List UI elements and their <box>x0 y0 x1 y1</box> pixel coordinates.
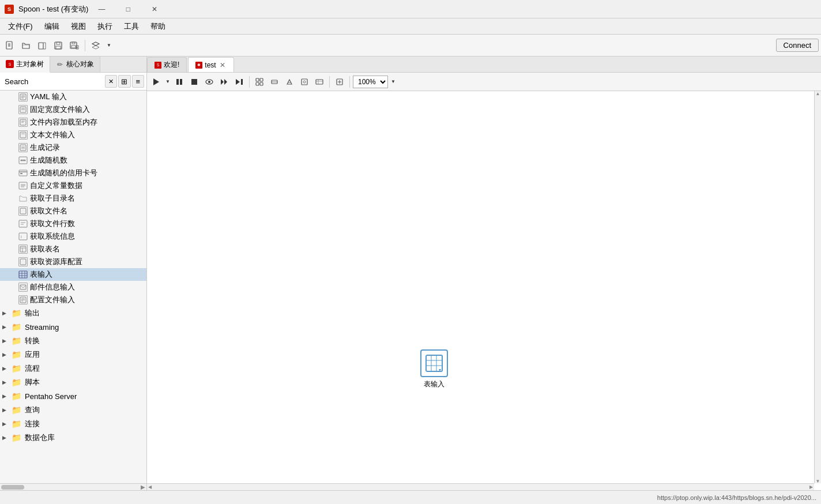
layers-dropdown-button[interactable]: ▼ <box>104 38 114 53</box>
canvas-horizontal-scrollbar[interactable]: ◀ ▶ <box>147 483 814 490</box>
tree-item-custom-const[interactable]: 自定义常量数据 <box>0 179 146 192</box>
search-input[interactable] <box>2 76 104 87</box>
new-file-button[interactable] <box>2 38 17 53</box>
tree-item-get-sysinfo[interactable]: i 获取系统信息 <box>0 230 146 243</box>
tree-item-gen-credit-card[interactable]: 生成随机的信用卡号 <box>0 167 146 179</box>
tab-main-objects[interactable]: S 主对象树 <box>0 57 50 73</box>
menu-edit[interactable]: 编辑 <box>39 20 65 33</box>
canvas-tool-1[interactable] <box>253 75 266 89</box>
tree-item-config-file-input[interactable]: 配置文件输入 <box>0 294 146 306</box>
layers-button[interactable] <box>88 38 103 53</box>
tree-item-get-subdir[interactable]: 获取子目录名 <box>0 192 146 205</box>
save-icon <box>54 41 63 50</box>
zoom-dropdown-button[interactable]: ▼ <box>389 75 397 89</box>
svg-point-65 <box>208 81 210 83</box>
run-dropdown-button[interactable]: ▼ <box>164 75 171 89</box>
canvas-scroll-right-arrow[interactable]: ▶ <box>809 484 813 490</box>
search-list-button[interactable]: ≡ <box>132 75 144 88</box>
scroll-right-arrow[interactable]: ▶ <box>141 484 145 490</box>
connect-button[interactable]: Connect <box>776 39 819 52</box>
category-output[interactable]: ▶ 📁 输出 <box>0 306 146 320</box>
tree-item-mail-input[interactable]: 邮件信息输入 <box>0 281 146 294</box>
save-button[interactable] <box>51 38 66 53</box>
stop-icon <box>190 78 198 86</box>
tree-item-get-tablename[interactable]: 获取表名 <box>0 243 146 255</box>
canvas-tool-6[interactable] <box>333 75 347 89</box>
canvas-sep-3 <box>349 76 350 88</box>
category-apply[interactable]: ▶ 📁 应用 <box>0 348 146 362</box>
fast-forward-button[interactable] <box>217 75 231 89</box>
category-streaming[interactable]: ▶ 📁 Streaming <box>0 320 146 334</box>
saveas-button[interactable] <box>67 38 82 53</box>
svg-rect-40 <box>20 208 26 214</box>
close-button[interactable]: ✕ <box>141 0 168 18</box>
tree-item-table-input[interactable]: 表输入 <box>0 268 146 281</box>
canvas-area[interactable]: ▲ ▼ 表输入 <box>147 91 821 490</box>
open-button[interactable] <box>18 38 33 53</box>
transform-expand-arrow: ▶ <box>2 338 9 344</box>
tree-item-yaml-input[interactable]: YAML 输入 <box>0 91 146 103</box>
tree-item-gen-records[interactable]: 生成记录 <box>0 141 146 154</box>
category-transform[interactable]: ▶ 📁 转换 <box>0 334 146 348</box>
category-script[interactable]: ▶ 📁 脚本 <box>0 375 146 389</box>
run-button[interactable] <box>149 75 163 89</box>
menu-file[interactable]: 文件(F) <box>2 20 39 33</box>
step-button[interactable] <box>232 75 246 89</box>
open-icon <box>21 41 31 50</box>
category-connect[interactable]: ▶ 📁 连接 <box>0 417 146 431</box>
category-query[interactable]: ▶ 📁 查询 <box>0 403 146 417</box>
canvas-tool-5[interactable] <box>312 75 326 89</box>
svg-rect-85 <box>426 355 442 371</box>
scroll-thumb[interactable] <box>1 485 24 490</box>
tree-item-file-load[interactable]: 文件内容加载至内存 <box>0 116 146 129</box>
canvas-tool-4[interactable] <box>297 75 311 89</box>
svg-point-78 <box>303 81 306 83</box>
canvas-node-table-input[interactable]: 表输入 <box>420 349 448 389</box>
scroll-up-arrow[interactable]: ▲ <box>816 91 820 96</box>
tab-core-objects[interactable]: ✏ 核心对象 <box>50 57 100 72</box>
open-recent-button[interactable] <box>35 38 50 53</box>
tree-item-fixed-width[interactable]: 固定宽度文件输入 <box>0 103 146 116</box>
tab-welcome[interactable]: S 欢迎! <box>147 57 187 72</box>
pause-button[interactable] <box>172 75 186 89</box>
menu-run[interactable]: 执行 <box>92 20 118 33</box>
menu-help[interactable]: 帮助 <box>145 20 171 33</box>
tree-item-get-db-config[interactable]: 获取资源库配置 <box>0 255 146 268</box>
stop-button[interactable] <box>187 75 201 89</box>
svg-marker-67 <box>224 79 227 85</box>
status-bar: https://ptop.only.wip.la:443/https/blogs… <box>0 490 821 504</box>
test-tab-close-button[interactable]: ✕ <box>219 61 227 69</box>
canvas-tool-2[interactable] <box>268 75 281 89</box>
vertical-scrollbar[interactable]: ▲ ▼ <box>814 91 821 483</box>
svg-rect-50 <box>19 271 27 278</box>
canvas-tool-3[interactable] <box>283 75 296 89</box>
category-flow[interactable]: ▶ 📁 流程 <box>0 362 146 375</box>
search-clear-button[interactable]: ✕ <box>105 75 117 88</box>
panel-tabs: S 主对象树 ✏ 核心对象 <box>0 57 146 73</box>
search-bar: ✕ ⊞ ≡ <box>0 73 146 91</box>
menu-tools[interactable]: 工具 <box>118 20 145 33</box>
query-expand-arrow: ▶ <box>2 407 9 413</box>
tab-test[interactable]: ✱ test ✕ <box>188 57 234 72</box>
output-folder-icon: 📁 <box>12 309 21 318</box>
canvas-scroll-left-arrow[interactable]: ◀ <box>148 484 152 490</box>
yaml-input-icon <box>18 92 28 101</box>
search-grid-button[interactable]: ⊞ <box>118 75 130 88</box>
scroll-down-arrow[interactable]: ▼ <box>816 479 820 483</box>
canvas-tool-1-icon <box>255 78 263 86</box>
menu-view[interactable]: 视图 <box>65 20 92 33</box>
tree-item-gen-random[interactable]: 生成随机数 <box>0 154 146 167</box>
zoom-select[interactable]: 100% 50% 75% 125% 150% 200% <box>353 76 388 88</box>
maximize-button[interactable]: □ <box>115 0 141 18</box>
tree-item-get-linecount[interactable]: 获取文件行数 <box>0 217 146 230</box>
tree-item-text-file-input[interactable]: 文本文件输入 <box>0 129 146 141</box>
preview-button[interactable] <box>202 75 216 89</box>
main-area: S 主对象树 ✏ 核心对象 ✕ ⊞ ≡ YAML 输入 <box>0 57 821 490</box>
svg-rect-7 <box>56 46 61 49</box>
category-data-warehouse[interactable]: ▶ 📁 数据仓库 <box>0 431 146 445</box>
tree-item-get-filename[interactable]: 获取文件名 <box>0 205 146 217</box>
category-pentaho-server[interactable]: ▶ 📁 Pentaho Server <box>0 389 146 403</box>
minimize-button[interactable]: — <box>88 0 115 18</box>
horizontal-scrollbar[interactable]: ▶ <box>0 483 146 490</box>
get-subdir-icon <box>18 194 28 203</box>
